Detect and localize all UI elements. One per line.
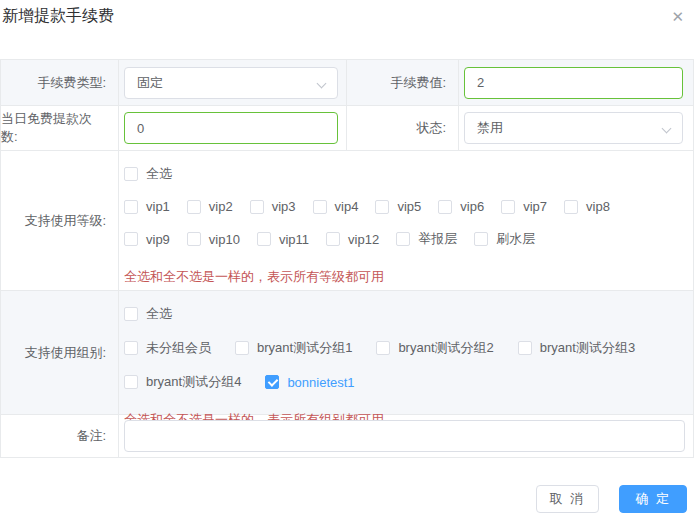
checkbox-icon	[124, 307, 138, 321]
groups-row-1: 未分组会员 bryant测试分组1 bryant测试分组2 bryant测试分组…	[124, 339, 685, 357]
level-checkbox[interactable]: vip5	[375, 199, 421, 214]
groups-select-all-row: 全选	[124, 305, 685, 323]
checkbox-icon	[438, 200, 452, 214]
checkbox-icon	[124, 167, 138, 181]
checkbox-icon	[501, 200, 515, 214]
form-table: 手续费类型: 固定 手续费值: 当日免费提款次数: 状态: 禁用	[0, 59, 694, 458]
status-selected-value: 禁用	[477, 119, 503, 137]
level-checkbox[interactable]: vip1	[124, 199, 170, 214]
dialog-footer: 取 消 确 定	[536, 485, 687, 513]
group-checkbox[interactable]: bryant测试分组2	[376, 339, 493, 357]
remark-label: 备注:	[1, 415, 119, 457]
level-checkbox[interactable]: vip10	[187, 232, 240, 247]
close-icon[interactable]: ✕	[671, 9, 684, 24]
checkbox-icon	[518, 341, 532, 355]
free-count-input[interactable]	[124, 112, 338, 144]
groups-select-all-checkbox[interactable]: 全选	[124, 305, 172, 323]
dialog-header: 新增提款手续费 ✕	[0, 6, 694, 26]
row-levels: 支持使用等级: 全选 vip1 vip2 v	[1, 150, 693, 290]
group-checkbox[interactable]: bryant测试分组3	[518, 339, 635, 357]
group-checkbox[interactable]: bryant测试分组4	[124, 373, 241, 391]
level-checkbox[interactable]: vip11	[257, 232, 309, 247]
chevron-down-icon	[318, 80, 326, 88]
status-select[interactable]: 禁用	[464, 112, 683, 144]
group-checkbox[interactable]: 未分组会员	[124, 339, 211, 357]
level-checkbox[interactable]: vip4	[313, 199, 359, 214]
group-checkbox[interactable]: bryant测试分组1	[235, 339, 352, 357]
checkbox-icon	[396, 232, 410, 246]
row-groups: 支持使用组别: 全选 未分组会员 bryant测试分组1	[1, 290, 693, 414]
level-checkbox[interactable]: 举报层	[396, 230, 457, 248]
levels-row-2: vip9 vip10 vip11 vip12 举报层	[124, 230, 685, 248]
confirm-button[interactable]: 确 定	[619, 485, 687, 513]
levels-row-1: vip1 vip2 vip3 vip4 vip5	[124, 199, 685, 214]
checkbox-icon	[187, 200, 201, 214]
status-label: 状态:	[347, 106, 459, 150]
level-checkbox[interactable]: vip2	[187, 199, 233, 214]
level-checkbox[interactable]: vip8	[564, 199, 610, 214]
level-checkbox[interactable]: vip6	[438, 199, 484, 214]
checkbox-icon	[313, 200, 327, 214]
checkbox-icon	[124, 375, 138, 389]
level-checkbox[interactable]: vip3	[250, 199, 296, 214]
fee-type-select[interactable]: 固定	[124, 67, 338, 99]
remark-input[interactable]	[124, 420, 685, 452]
checkbox-icon	[375, 200, 389, 214]
checkbox-icon	[235, 341, 249, 355]
checkbox-icon	[474, 232, 488, 246]
checkbox-icon	[124, 232, 138, 246]
groups-label: 支持使用组别:	[1, 291, 119, 414]
levels-note: 全选和全不选是一样的，表示所有等级都可用	[124, 268, 685, 286]
checkbox-icon	[124, 341, 138, 355]
checkbox-icon	[265, 375, 279, 389]
dialog-title: 新增提款手续费	[2, 6, 114, 26]
levels-select-all-checkbox[interactable]: 全选	[124, 165, 172, 183]
chevron-down-icon	[663, 125, 671, 133]
level-checkbox[interactable]: vip9	[124, 232, 170, 247]
fee-value-input[interactable]	[464, 67, 683, 99]
checkbox-icon	[564, 200, 578, 214]
fee-value-label: 手续费值:	[347, 60, 459, 105]
groups-row-2: bryant测试分组4 bonnietest1	[124, 373, 685, 391]
level-checkbox[interactable]: vip12	[326, 232, 379, 247]
checkbox-icon	[124, 200, 138, 214]
free-count-label: 当日免费提款次数:	[1, 106, 119, 150]
row-fee-type-value: 手续费类型: 固定 手续费值:	[1, 60, 693, 105]
levels-select-all-row: 全选	[124, 165, 685, 183]
checkbox-icon	[187, 232, 201, 246]
fee-type-label: 手续费类型:	[1, 60, 119, 105]
levels-label: 支持使用等级:	[1, 151, 119, 290]
checkbox-icon	[376, 341, 390, 355]
checkbox-icon	[326, 232, 340, 246]
fee-type-selected-value: 固定	[137, 74, 163, 92]
row-free-count-status: 当日免费提款次数: 状态: 禁用	[1, 105, 693, 150]
level-checkbox[interactable]: vip7	[501, 199, 547, 214]
level-checkbox[interactable]: 刷水层	[474, 230, 535, 248]
cancel-button[interactable]: 取 消	[536, 485, 600, 513]
checkbox-icon	[257, 232, 271, 246]
row-remark: 备注:	[1, 414, 693, 457]
group-checkbox[interactable]: bonnietest1	[265, 375, 354, 390]
add-withdraw-fee-dialog: 新增提款手续费 ✕ 手续费类型: 固定 手续费值: 当日免费提款次数: 状态:	[0, 0, 694, 520]
checkbox-icon	[250, 200, 264, 214]
